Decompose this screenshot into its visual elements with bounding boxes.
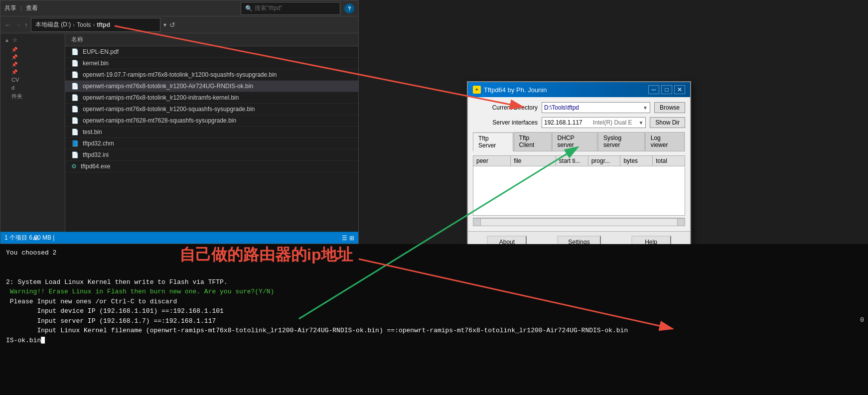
- tab-dhcp-server[interactable]: DHCP server: [552, 132, 598, 151]
- tftp-table-body: [473, 166, 685, 216]
- tftp-body: Current Directory D:\Tools\tftpd ▼ Brows…: [468, 97, 690, 231]
- current-directory-input[interactable]: D:\Tools\tftpd ▼: [542, 102, 650, 113]
- address-part-drive: 本地磁盘 (D:): [35, 20, 71, 29]
- dropdown-arrow-icon: ▼: [643, 105, 648, 111]
- zero-indicator: 0: [860, 316, 864, 323]
- file-icon-exe: ⚙: [71, 163, 77, 170]
- address-bar[interactable]: 本地磁盘 (D:) › Tools › tftpd: [31, 18, 160, 32]
- col-peer: peer: [473, 156, 511, 166]
- tftp-scrollbar: ◄ ►: [473, 218, 685, 226]
- tftp-dialog: ✦ Tftpd64 by Ph. Jounin ─ □ ✕ Current Di…: [467, 81, 691, 254]
- address-part-tools: Tools: [77, 21, 91, 28]
- sidebar-pin-3[interactable]: 📌: [8, 61, 65, 68]
- back-icon[interactable]: ←: [4, 21, 11, 29]
- file-icon-bin: 📄: [71, 71, 79, 78]
- list-item[interactable]: 📄 EUPL-EN.pdf: [65, 46, 358, 58]
- terminal-line: [6, 258, 862, 268]
- sidebar-d[interactable]: d: [8, 84, 65, 92]
- current-directory-row: Current Directory D:\Tools\tftpd ▼ Brows…: [473, 102, 685, 113]
- sidebar-item-1[interactable]: ▲ ☆: [0, 35, 65, 45]
- col-file: file: [511, 156, 556, 166]
- fe-toolbar: 共享 | 查看 🔍 搜索"tftpd" ?: [0, 0, 358, 16]
- scroll-right-button[interactable]: ►: [677, 218, 685, 226]
- maximize-button[interactable]: □: [661, 85, 672, 94]
- file-name: openwrt-ramips-mt76x8-totolink_lr1200-sq…: [83, 106, 255, 113]
- list-item[interactable]: ⚙ tftpd64.exe: [65, 161, 358, 172]
- file-name: openwrt-19.07.7-ramips-mt76x8-totolink_l…: [83, 71, 277, 78]
- tftp-tabs: Tftp Server Tftp Client DHCP server Sysl…: [473, 132, 685, 151]
- file-icon-bin: 📄: [71, 94, 79, 101]
- file-name: tftpd32.ini: [83, 151, 109, 158]
- terminal: You choosed 2 2: System Load Linux Kerne…: [0, 244, 868, 395]
- sidebar-pin-1[interactable]: 📌: [8, 46, 65, 53]
- tftp-title-text: Tftpd64 by Ph. Jounin: [484, 86, 547, 94]
- terminal-line: Warning!! Erase Linux in Flash then burn…: [6, 287, 862, 297]
- list-item[interactable]: 📄 openwrt-19.07.7-ramips-mt76x8-totolink…: [65, 69, 358, 81]
- tab-tftp-client[interactable]: Tftp Client: [514, 132, 552, 151]
- terminal-line: Input Linux Kernel filename (openwrt-ram…: [6, 326, 862, 336]
- list-item[interactable]: 📄 openwrt-ramips-mt76x8-totolink_lr1200-…: [65, 81, 358, 92]
- file-name: test.bin: [83, 129, 102, 135]
- share-button[interactable]: 共享: [4, 4, 16, 12]
- list-item[interactable]: 📄 openwrt-ramips-mt7628-mt7628-squashfs-…: [65, 115, 358, 127]
- forward-icon[interactable]: →: [14, 21, 21, 29]
- dropdown-arrow-icon[interactable]: ▾: [163, 21, 166, 28]
- list-item[interactable]: 📄 openwrt-ramips-mt76x8-totolink_lr1200-…: [65, 92, 358, 104]
- tab-log-viewer[interactable]: Log viewer: [645, 132, 685, 151]
- search-box: 🔍 搜索"tftpd": [241, 2, 340, 15]
- file-list: 名称 📄 EUPL-EN.pdf 📄 kernel.bin 📄 openwrt-…: [65, 33, 358, 232]
- minimize-button[interactable]: ─: [648, 85, 659, 94]
- browse-button[interactable]: Browse: [654, 102, 685, 113]
- server-interfaces-input[interactable]: 192.168.1.117 Intel(R) Dual E ▼: [542, 117, 646, 128]
- refresh-icon[interactable]: ↺: [169, 21, 175, 29]
- fe-content: ▲ ☆ 📌 📌 📌 📌 CV d 件夹 名称 📄 EUPL-EN.pdf: [0, 33, 358, 232]
- show-dir-button[interactable]: Show Dir: [650, 117, 685, 128]
- address-part-tftpd: tftpd: [97, 21, 110, 28]
- terminal-line: You choosed 2: [6, 248, 862, 258]
- dropdown-arrow-icon-2: ▼: [638, 120, 643, 126]
- close-button[interactable]: ✕: [674, 85, 685, 94]
- tftp-title-left: ✦ Tftpd64 by Ph. Jounin: [473, 86, 547, 94]
- file-icon-pdf: 📄: [71, 48, 79, 55]
- help-icon[interactable]: ?: [344, 3, 354, 13]
- col-bytes: bytes: [620, 156, 653, 166]
- sidebar-pin-4[interactable]: 📌: [8, 68, 65, 76]
- file-icon-bin: 📄: [71, 117, 79, 124]
- sidebar-pin-2[interactable]: 📌: [8, 53, 65, 61]
- tab-tftp-server[interactable]: Tftp Server: [473, 132, 513, 151]
- col-start-time: start ti...: [556, 156, 588, 166]
- view-button[interactable]: 查看: [26, 4, 38, 12]
- file-explorer: 共享 | 查看 🔍 搜索"tftpd" ? ← → ↑ 本地磁盘 (D:) › …: [0, 0, 359, 244]
- scroll-track[interactable]: [481, 218, 677, 226]
- current-directory-label: Current Directory: [473, 104, 538, 111]
- tftp-table-header: peer file start ti... progr... bytes tot…: [473, 155, 685, 166]
- tftp-app-icon: ✦: [473, 86, 481, 94]
- list-item[interactable]: 📄 tftpd32.ini: [65, 149, 358, 161]
- terminal-line: IS-ok.bin█: [6, 336, 862, 346]
- current-directory-value: D:\Tools\tftpd: [544, 104, 579, 111]
- scroll-left-button[interactable]: ◄: [473, 218, 481, 226]
- tab-syslog-server[interactable]: Syslog server: [598, 132, 645, 151]
- sidebar-cv[interactable]: CV: [8, 76, 65, 84]
- list-item[interactable]: 📄 kernel.bin: [65, 58, 358, 69]
- view-icon-grid[interactable]: ⊞: [349, 235, 354, 242]
- file-icon-ini: 📄: [71, 151, 79, 158]
- file-icon-bin: 📄: [71, 106, 79, 113]
- file-icon-bin: 📄: [71, 60, 79, 67]
- server-interfaces-value: 192.168.1.117: [544, 119, 582, 126]
- file-name: openwrt-ramips-mt76x8-totolink_lr1200-in…: [83, 94, 239, 101]
- tftp-window-buttons: ─ □ ✕: [648, 85, 685, 94]
- server-interfaces-row: Server interfaces 192.168.1.117 Intel(R)…: [473, 117, 685, 128]
- sidebar-folder[interactable]: 件夹: [8, 92, 65, 101]
- list-item[interactable]: 📄 test.bin: [65, 127, 358, 138]
- file-icon-chm: 📘: [71, 140, 79, 147]
- list-item[interactable]: 📄 openwrt-ramips-mt76x8-totolink_lr1200-…: [65, 104, 358, 115]
- status-text: 1 个项目 6.00 MB |: [4, 234, 54, 242]
- file-name: openwrt-ramips-mt76x8-totolink_lr1200-Ai…: [83, 83, 253, 90]
- file-name: openwrt-ramips-mt7628-mt7628-squashfs-sy…: [83, 117, 236, 124]
- file-name: EUPL-EN.pdf: [83, 48, 119, 55]
- list-item[interactable]: 📘 tftpd32.chm: [65, 138, 358, 149]
- view-icon-list[interactable]: ☰: [342, 235, 347, 242]
- up-icon[interactable]: ↑: [24, 21, 28, 29]
- sidebar-label-1: ☆: [12, 37, 17, 43]
